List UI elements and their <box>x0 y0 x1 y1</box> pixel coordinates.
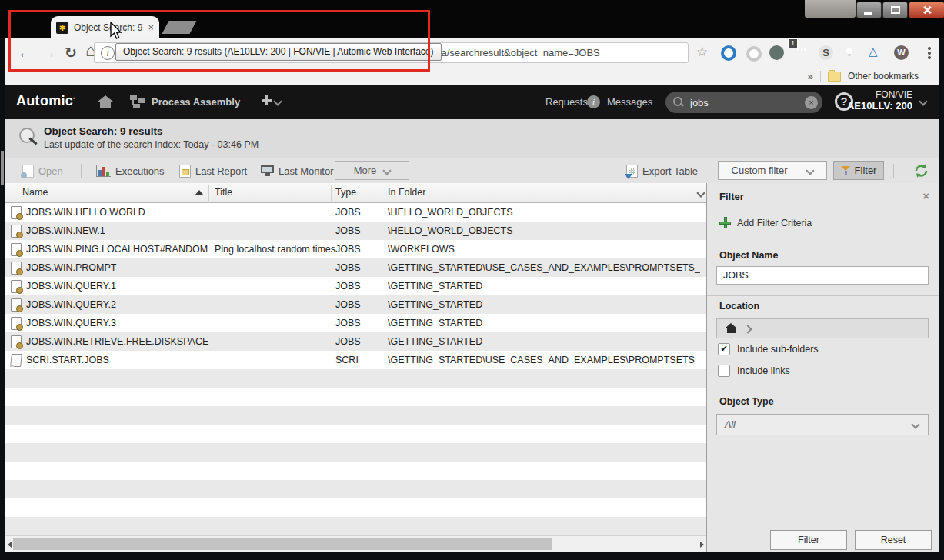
table-row[interactable]: JOBS.WIN.PING.LOCALHOST#RANDOMPing local… <box>5 240 706 258</box>
extension-w-icon[interactable]: W <box>894 45 909 60</box>
nav-process-assembly[interactable]: Process Assembly <box>130 95 240 108</box>
object-search-icon <box>18 126 38 148</box>
refresh-icon[interactable] <box>913 163 929 182</box>
messages-link[interactable]: Messages <box>607 96 652 108</box>
executions-icon <box>96 165 111 177</box>
job-object-icon <box>11 317 22 330</box>
requests-link[interactable]: Requests <box>545 96 588 108</box>
object-type-label: Object Type <box>719 396 774 407</box>
checkbox-checked[interactable]: ✔ <box>718 343 730 355</box>
add-filter-criteria-button[interactable]: Add Filter Criteria <box>719 217 812 228</box>
table-row[interactable]: JOBS.WIN.QUERY.1JOBS\GETTING_STARTED <box>5 277 706 295</box>
extension-blue-ring-icon[interactable] <box>721 45 736 61</box>
chevron-down-icon <box>383 166 392 175</box>
executions-button[interactable]: Executions <box>96 158 165 183</box>
table-row[interactable]: JOBS.WIN.RETRIEVE.FREE.DISKSPACEJOBS\GET… <box>5 332 706 351</box>
clear-search-icon[interactable]: × <box>805 96 818 109</box>
scrollbar-thumb[interactable] <box>13 538 552 550</box>
table-row[interactable]: JOBS.WIN.QUERY.3JOBS\GETTING_STARTED <box>5 314 706 332</box>
close-button[interactable] <box>909 2 944 18</box>
include-links-option[interactable]: Include links <box>718 365 790 377</box>
column-header-type[interactable]: Type <box>335 187 356 198</box>
filter-toggle-button[interactable]: Filter <box>833 161 884 180</box>
apply-filter-button[interactable]: Filter <box>770 530 847 550</box>
sort-ascending-icon <box>195 190 203 195</box>
results-toolbar: Open Executions Last Report Last Monitor… <box>5 158 939 183</box>
job-object-icon <box>11 243 22 256</box>
root-folder-home-icon[interactable] <box>725 323 737 334</box>
nav-label: Process Assembly <box>152 96 240 108</box>
horizontal-scrollbar[interactable] <box>5 535 706 552</box>
more-dropdown[interactable]: More <box>335 161 409 180</box>
funnel-icon <box>841 165 851 175</box>
minimize-icon <box>864 12 872 15</box>
bookmarks-overflow-icon[interactable]: » <box>808 71 813 82</box>
browser-menu-icon[interactable] <box>923 45 936 61</box>
window-border-notch <box>1 151 4 185</box>
filter-panel-close-icon[interactable]: × <box>922 189 929 202</box>
scroll-right-icon[interactable] <box>700 542 704 548</box>
column-header-title[interactable]: Title <box>215 187 232 198</box>
client-user: FON/VIE <box>847 89 912 100</box>
client-menu[interactable]: FON/VIE AE10LLV: 200 <box>847 89 912 112</box>
extension-globe-icon[interactable] <box>769 45 784 60</box>
table-row[interactable]: JOBS.WIN.PROMPTJOBS\GETTING_STARTED\USE_… <box>5 258 706 277</box>
column-header-folder[interactable]: In Folder <box>388 187 425 198</box>
process-assembly-icon <box>130 95 145 108</box>
restore-button[interactable] <box>882 2 908 18</box>
close-icon <box>922 5 932 15</box>
checkbox-unchecked[interactable] <box>718 365 730 377</box>
object-type-dropdown[interactable]: All <box>716 414 929 435</box>
bulb-icon <box>846 48 852 54</box>
filter-panel: Filter × Add Filter Criteria Object Name… <box>706 183 939 552</box>
last-report-button[interactable]: Last Report <box>179 158 247 183</box>
plus-icon <box>719 217 731 228</box>
messages-info-icon: i <box>587 95 600 108</box>
include-subfolders-option[interactable]: ✔ Include sub-folders <box>718 343 819 355</box>
table-row[interactable]: SCRI.START.JOBSSCRI\GETTING_STARTED\USE_… <box>5 351 706 369</box>
scroll-left-icon[interactable] <box>8 542 12 548</box>
last-monitor-button[interactable]: Last Monitor <box>261 158 334 183</box>
column-header-name[interactable]: Name <box>22 187 48 198</box>
page-subtitle: Last update of the search index: Today -… <box>44 139 259 150</box>
chevron-down-icon <box>806 166 815 175</box>
open-button[interactable]: Open <box>22 158 63 183</box>
other-bookmarks[interactable]: Other bookmarks <box>848 71 919 82</box>
add-view-button[interactable] <box>261 95 281 108</box>
app-home-icon[interactable] <box>98 95 113 108</box>
extension-gray-ring-icon[interactable] <box>746 46 762 62</box>
results-table: Name Title Type In Folder JOBS.WIN.HELLO… <box>5 183 706 552</box>
reset-filter-button[interactable]: Reset <box>855 530 932 550</box>
divider <box>81 164 82 178</box>
table-row[interactable]: JOBS.WIN.QUERY.2JOBS\GETTING_STARTED <box>5 295 706 314</box>
location-breadcrumb[interactable] <box>716 318 929 338</box>
client-connection: AE10LLV: 200 <box>847 100 912 112</box>
bookmark-star-icon[interactable]: ☆ <box>696 44 708 60</box>
last-monitor-icon <box>261 165 274 177</box>
custom-filter-dropdown[interactable]: Custom filter <box>718 161 827 180</box>
extension-s-icon[interactable]: S <box>819 45 833 60</box>
global-search-input[interactable]: jobs × <box>665 92 822 113</box>
object-name-label: Object Name <box>719 250 778 261</box>
titlebar-plate <box>805 0 856 18</box>
last-report-icon <box>179 165 191 178</box>
filter-panel-title: Filter <box>719 191 744 202</box>
minimize-button[interactable] <box>856 2 882 18</box>
export-table-button[interactable]: Export Table <box>626 158 698 183</box>
export-table-icon <box>626 165 638 178</box>
window-controls <box>856 2 944 18</box>
location-label: Location <box>719 301 759 312</box>
job-object-icon <box>11 225 22 238</box>
table-row[interactable]: JOBS.WIN.HELLO.WORLDJOBS\HELLO_WORLD_OBJ… <box>5 203 706 222</box>
divider <box>820 71 821 82</box>
column-menu-button[interactable] <box>695 183 706 203</box>
job-object-icon <box>11 298 22 312</box>
extension-triangle-icon[interactable]: △ <box>869 45 878 58</box>
table-row[interactable]: JOBS.WIN.NEW.1JOBS\HELLO_WORLD_OBJECTS <box>5 222 706 240</box>
page-head: Object Search: 9 results Last update of … <box>5 119 939 158</box>
mouse-cursor <box>108 22 122 43</box>
table-rows: JOBS.WIN.HELLO.WORLDJOBS\HELLO_WORLD_OBJ… <box>5 203 706 369</box>
restore-icon <box>891 6 900 14</box>
object-name-input[interactable] <box>716 266 929 285</box>
annotation-highlight-box <box>8 10 430 72</box>
